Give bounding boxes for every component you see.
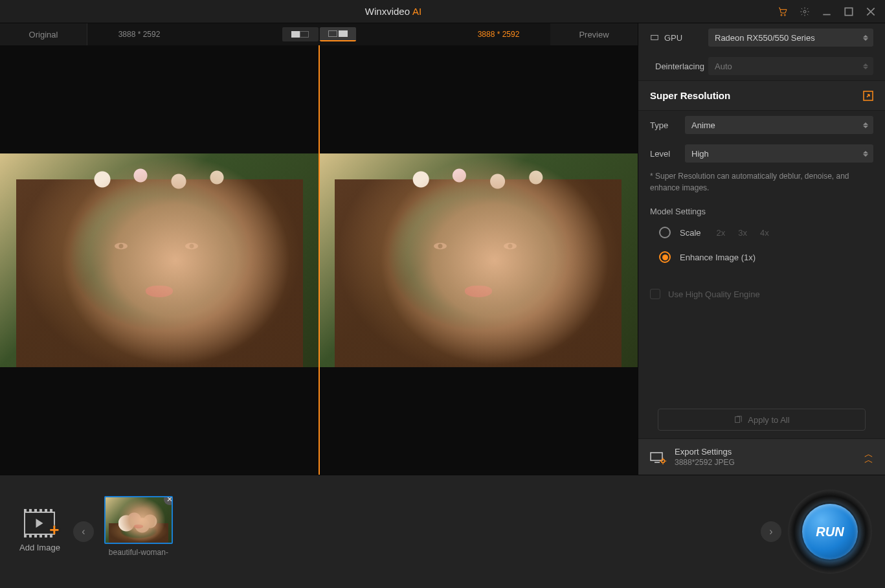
type-select[interactable]: Anime <box>685 116 873 134</box>
maximize-icon[interactable] <box>844 6 854 17</box>
run-button[interactable]: RUN <box>802 504 858 560</box>
gpu-icon <box>650 33 659 42</box>
svg-rect-4 <box>651 36 658 40</box>
sidebar: GPU Radeon RX550/550 Series Deinterlacin… <box>638 23 885 475</box>
scale-2x[interactable]: 2x <box>717 228 726 238</box>
chevron-up-icon: ︿︿ <box>864 451 873 462</box>
export-settings-row[interactable]: Export Settings 3888*2592 JPEG ︿︿ <box>638 438 885 475</box>
add-image-button[interactable]: + Add Image <box>13 512 67 552</box>
apply-to-all-button[interactable]: Apply to All <box>658 409 866 431</box>
svg-point-1 <box>784 14 785 16</box>
high-quality-checkbox: Use High Quality Engine <box>638 280 885 308</box>
cart-icon[interactable] <box>778 6 788 17</box>
radio-icon <box>659 251 671 263</box>
level-select[interactable]: High <box>685 144 873 163</box>
preview-dimensions: 3888 * 2592 <box>447 30 550 39</box>
export-title: Export Settings <box>675 447 855 457</box>
tab-original[interactable]: Original <box>0 23 87 45</box>
model-settings-label: Model Settings <box>638 203 885 220</box>
svg-rect-3 <box>845 8 852 15</box>
scale-3x[interactable]: 3x <box>738 228 747 238</box>
thumbnail-name: beautiful-woman- <box>104 548 173 557</box>
radio-icon <box>659 227 671 238</box>
thumbnail-item[interactable]: ✕ beautiful-woman- <box>104 496 173 557</box>
plus-icon: + <box>49 520 59 540</box>
radio-scale[interactable]: Scale 2x 3x 4x <box>638 220 885 245</box>
bottom-bar: + Add Image ‹ ✕ beautiful-woman- › RUN <box>0 475 885 588</box>
svg-point-2 <box>803 10 806 13</box>
compare-divider[interactable] <box>319 45 320 475</box>
super-resolution-hint: * Super Resolution can automatically deb… <box>638 168 885 203</box>
type-label: Type <box>650 120 677 130</box>
original-image <box>0 45 319 475</box>
gpu-select[interactable]: Radeon RX550/550 Series <box>708 28 873 47</box>
checkbox-icon <box>650 289 660 299</box>
svg-point-0 <box>781 14 782 16</box>
expand-icon <box>863 91 873 101</box>
compare-mode-toggle <box>282 27 356 41</box>
svg-point-8 <box>662 459 665 462</box>
super-resolution-header[interactable]: Super Resolution <box>638 80 885 111</box>
radio-enhance[interactable]: Enhance Image (1x) <box>638 245 885 269</box>
svg-rect-6 <box>735 417 740 423</box>
strip-next-button[interactable]: › <box>761 521 781 542</box>
original-dimensions: 3888 * 2592 <box>87 30 191 39</box>
titlebar: WinxvideoAI <box>0 0 885 23</box>
export-icon <box>650 451 666 464</box>
settings-icon[interactable] <box>800 6 810 17</box>
deinterlace-select: Auto <box>708 57 873 75</box>
scale-4x[interactable]: 4x <box>760 228 769 238</box>
preview-image <box>319 45 638 475</box>
copy-icon <box>734 415 743 424</box>
preview-area: Original 3888 * 2592 3888 * 2592 Preview <box>0 23 638 475</box>
thumbnail-strip: ✕ beautiful-woman- <box>100 496 754 567</box>
close-icon[interactable] <box>866 6 876 17</box>
minimize-icon[interactable] <box>822 6 832 17</box>
compare-mode-split[interactable] <box>320 27 356 41</box>
strip-prev-button[interactable]: ‹ <box>73 521 94 542</box>
export-detail: 3888*2592 JPEG <box>675 458 855 467</box>
compare-mode-single[interactable] <box>282 27 319 41</box>
app-title: WinxvideoAI <box>9 6 778 17</box>
tab-preview[interactable]: Preview <box>550 23 638 45</box>
level-label: Level <box>650 149 677 159</box>
